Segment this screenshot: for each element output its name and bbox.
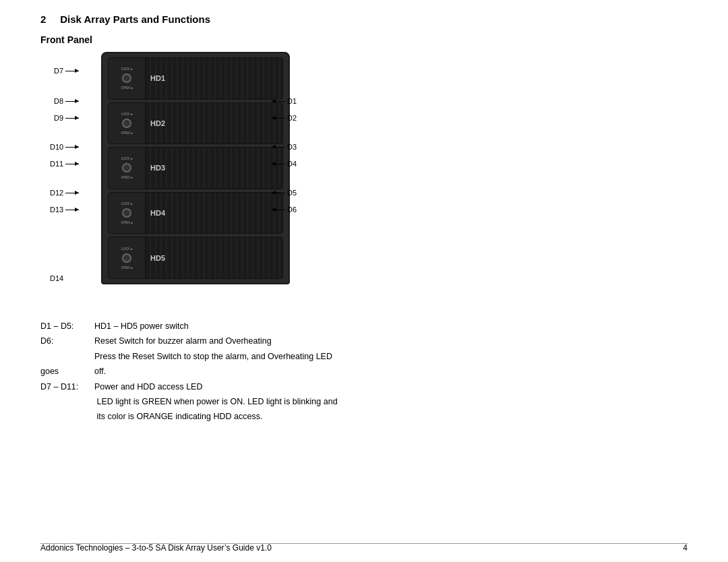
- hd2-label: HD2: [150, 119, 165, 127]
- label-d6: D6: [272, 206, 297, 214]
- desc-text-led2: its color is ORANGE indicating HDD acces…: [96, 410, 688, 423]
- hd4-label: HD4: [150, 209, 165, 217]
- arrow-d8: [65, 101, 79, 102]
- arrow-d7: [65, 71, 79, 71]
- desc-text-led1: LED light is GREEN when power is ON. LED…: [96, 396, 688, 408]
- label-d11: D11: [50, 160, 79, 168]
- arrow-d5: [272, 193, 285, 193]
- footer-page-number: 4: [683, 543, 688, 553]
- chapter-number: 2: [40, 13, 46, 25]
- drive-bay-hd1: LOCK ● OPEN ● HD1: [108, 57, 283, 100]
- desc-row-d7d11: D7 – D11: Power and HDD access LED: [40, 381, 688, 394]
- label-d9: D9: [54, 114, 79, 122]
- arrow-d4: [272, 164, 285, 164]
- desc-row-d6-cont: Press the Reset Switch to stop the alarm…: [40, 350, 688, 363]
- desc-text-d6-cont: Press the Reset Switch to stop the alarm…: [94, 350, 688, 363]
- hd1-label: HD1: [150, 74, 165, 82]
- desc-text-d7d11: Power and HDD access LED: [94, 381, 688, 394]
- arrow-d2: [272, 118, 285, 119]
- footer-left: Addonics Technologies – 3-to-5 SA Disk A…: [40, 543, 272, 553]
- desc-label-d6: D6:: [40, 335, 94, 348]
- arrow-d11: [65, 164, 79, 164]
- arrow-d3: [272, 147, 285, 148]
- label-d4: D4: [272, 160, 297, 168]
- label-d12: D12: [50, 189, 79, 197]
- arrow-d9: [65, 118, 79, 119]
- label-d10: D10: [50, 143, 79, 151]
- diagram-area: LOCK ● OPEN ● HD1 LOCK ● OPEN ● HD2: [40, 52, 391, 308]
- desc-row-d6-goes: goesoff.: [40, 365, 688, 378]
- drive-bay-hd3: LOCK ● OPEN ● HD3: [108, 147, 283, 189]
- label-d1: D1: [272, 97, 297, 105]
- drive-bay-hd2: LOCK ● OPEN ● HD2: [108, 102, 283, 145]
- arrow-d1: [272, 101, 285, 102]
- footer: Addonics Technologies – 3-to-5 SA Disk A…: [0, 543, 728, 553]
- drive-bay-hd4: LOCK ● OPEN ● HD4: [108, 192, 283, 235]
- disk-enclosure: LOCK ● OPEN ● HD1 LOCK ● OPEN ● HD2: [101, 52, 290, 284]
- arrow-d13: [65, 210, 79, 210]
- label-d2: D2: [272, 114, 297, 122]
- label-d3: D3: [272, 143, 297, 151]
- desc-text-d6: Reset Switch for buzzer alarm and Overhe…: [94, 335, 688, 348]
- section-title: Front Panel: [40, 34, 688, 45]
- label-d14: D14: [50, 274, 63, 282]
- label-d5: D5: [272, 189, 297, 197]
- desc-label-d1d5: D1 – D5:: [40, 320, 94, 333]
- label-d8: D8: [54, 97, 79, 105]
- drive-bay-hd5: LOCK ● OPEN ● HD5: [108, 237, 283, 279]
- desc-text-d1d5: HD1 – HD5 power switch: [94, 320, 688, 333]
- desc-label-d7d11: D7 – D11:: [40, 381, 94, 394]
- descriptions: D1 – D5: HD1 – HD5 power switch D6: Rese…: [40, 320, 688, 424]
- arrow-d6: [272, 210, 285, 210]
- hd5-label: HD5: [150, 254, 165, 262]
- hd3-label: HD3: [150, 164, 165, 172]
- desc-row-led1: LED light is GREEN when power is ON. LED…: [40, 396, 688, 408]
- chapter-title-text: Disk Array Parts and Functions: [60, 13, 210, 25]
- desc-row-d1d5: D1 – D5: HD1 – HD5 power switch: [40, 320, 688, 333]
- arrow-d12: [65, 193, 79, 193]
- chapter-title: 2 Disk Array Parts and Functions: [40, 13, 688, 25]
- label-d13: D13: [50, 206, 79, 214]
- desc-row-led2: its color is ORANGE indicating HDD acces…: [40, 410, 688, 423]
- page: 2 Disk Array Parts and Functions Front P…: [0, 0, 728, 562]
- desc-row-d6: D6: Reset Switch for buzzer alarm and Ov…: [40, 335, 688, 348]
- label-d7: D7: [54, 67, 79, 75]
- arrow-d10: [65, 147, 79, 148]
